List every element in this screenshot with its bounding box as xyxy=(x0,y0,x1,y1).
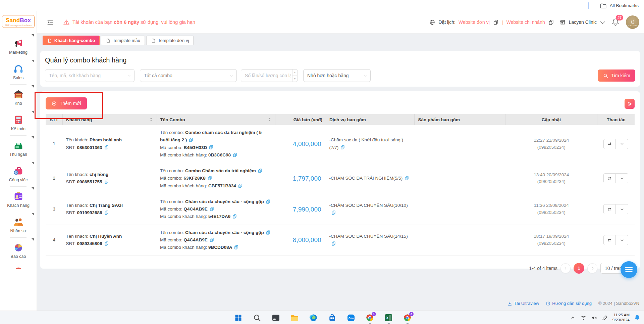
remaining-count-field[interactable]: ▲ ▼ xyxy=(241,69,298,82)
avatar[interactable]: LACYEN xyxy=(626,15,639,29)
renew-combo-button[interactable] xyxy=(603,235,616,245)
copy-icon[interactable] xyxy=(266,230,271,235)
column-header-2[interactable]: Tên Combo xyxy=(157,114,275,125)
row-more-actions-button[interactable] xyxy=(616,173,628,183)
copy-icon[interactable] xyxy=(232,152,237,157)
sidebar-item-label: Kho xyxy=(0,101,37,106)
copy-icon[interactable] xyxy=(207,176,212,181)
notification-center-bell-icon[interactable] xyxy=(634,314,641,321)
search-button[interactable]: Tìm kiếm xyxy=(598,70,635,82)
taskbar-clock[interactable]: 11:25 AM 9/23/2024 xyxy=(612,313,630,323)
number-spinner: ▲ ▼ xyxy=(292,70,297,82)
ultraview-link[interactable]: Tải Ultraview xyxy=(507,301,539,306)
edge-icon[interactable] xyxy=(309,313,318,322)
comparison-value: Nhỏ hơn hoặc bằng xyxy=(307,73,349,78)
renew-combo-button[interactable] xyxy=(603,173,616,183)
cell-updated: 11:36 20/09/2024(0982050234) xyxy=(505,194,597,225)
question-circle-icon xyxy=(546,301,550,306)
add-new-button[interactable]: Thêm mới xyxy=(46,97,87,109)
page-1-button[interactable]: 1 xyxy=(574,263,584,274)
table-settings-button[interactable] xyxy=(625,99,635,109)
tab-1[interactable]: Template mẫu xyxy=(101,36,145,45)
spinner-up-button[interactable]: ▲ xyxy=(292,70,297,76)
sidebar-item-partial[interactable] xyxy=(0,264,37,269)
start-icon[interactable] xyxy=(234,313,243,322)
copy-icon[interactable] xyxy=(209,145,214,150)
sidebar-item-5[interactable]: Công việc xyxy=(0,161,37,186)
sidebar-item-6[interactable]: Khách hàng xyxy=(0,186,37,212)
search-icon[interactable] xyxy=(253,313,262,322)
copy-icon[interactable] xyxy=(331,241,336,246)
copy-icon[interactable] xyxy=(104,179,109,184)
cell-combo: Tên combo: Combo chăm sóc da trải nghiệm… xyxy=(157,125,275,163)
chrome-profile-icon[interactable]: d xyxy=(403,313,412,322)
copy-icon[interactable] xyxy=(238,183,243,188)
volume-muted-icon[interactable] xyxy=(591,315,597,321)
remaining-count-input[interactable] xyxy=(241,70,292,82)
sort-icon[interactable] xyxy=(267,117,272,122)
excel-icon[interactable]: X xyxy=(384,313,393,322)
hidden-icons-chevron[interactable] xyxy=(570,315,576,321)
copy-icon[interactable] xyxy=(189,137,194,142)
copy-icon[interactable] xyxy=(209,206,214,212)
file-explorer-icon[interactable] xyxy=(290,313,299,322)
copy-icon[interactable] xyxy=(493,19,499,26)
cell-stt: 1 xyxy=(46,125,62,163)
renew-combo-button[interactable] xyxy=(603,139,616,149)
copy-icon[interactable] xyxy=(266,199,271,204)
copy-icon[interactable] xyxy=(548,19,554,26)
copy-icon[interactable] xyxy=(404,176,409,181)
customer-filter-select[interactable] xyxy=(45,69,135,82)
row-more-actions-button[interactable] xyxy=(616,139,628,149)
notification-bell[interactable]: 27 xyxy=(611,18,620,27)
tab-0[interactable]: Khách hàng-combo xyxy=(43,36,100,45)
wifi-icon[interactable] xyxy=(580,315,587,321)
chrome-icon[interactable]: 1 xyxy=(365,313,374,322)
sidebar-item-7[interactable]: Nhân sự xyxy=(0,212,37,237)
column-header-1[interactable]: Khách hàng xyxy=(62,114,157,125)
customer-filter-input[interactable] xyxy=(45,70,134,82)
next-page-button[interactable] xyxy=(587,263,597,273)
spinner-down-button[interactable]: ▼ xyxy=(292,76,297,82)
tab-2[interactable]: Template đơn vị xyxy=(146,36,194,45)
renew-combo-button[interactable] xyxy=(603,204,616,214)
all-bookmarks-button[interactable]: All Bookmarks xyxy=(610,3,639,8)
copy-icon[interactable] xyxy=(234,245,239,250)
row-more-actions-button[interactable] xyxy=(616,204,628,214)
svg-text:Zalo: Zalo xyxy=(348,316,354,319)
copy-icon[interactable] xyxy=(232,214,237,219)
zalo-icon[interactable]: Zalo xyxy=(346,313,356,322)
prev-page-button[interactable] xyxy=(560,263,571,273)
app-logo[interactable]: SandBox SME management software xyxy=(2,15,35,28)
website-branch-link[interactable]: Website chi nhánh xyxy=(506,19,545,25)
pen-icon[interactable] xyxy=(602,315,608,321)
sidebar-item-4[interactable]: Thu ngân xyxy=(0,135,37,161)
comparison-select[interactable]: Nhỏ hơn hoặc bằng xyxy=(303,69,371,82)
menu-fold-icon[interactable] xyxy=(46,18,54,26)
copy-icon[interactable] xyxy=(104,210,109,215)
copy-icon[interactable] xyxy=(209,237,214,242)
guide-link[interactable]: Hướng dẫn sử dụng xyxy=(546,301,592,306)
combo-filter-select[interactable]: Tất cả combo xyxy=(140,69,237,82)
website-unit-link[interactable]: Website đơn vị xyxy=(459,19,490,25)
sidebar-item-1[interactable]: Sales xyxy=(0,59,37,84)
store-icon[interactable] xyxy=(328,313,337,322)
chevron-down-icon[interactable] xyxy=(600,19,605,24)
sort-icon[interactable] xyxy=(149,117,153,122)
swap-icon xyxy=(607,141,612,146)
tab-label: Khách hàng-combo xyxy=(54,38,95,43)
copy-icon[interactable] xyxy=(258,168,263,173)
copy-icon[interactable] xyxy=(104,145,109,150)
copy-icon[interactable] xyxy=(331,210,336,215)
sidebar-item-8[interactable]: Báo cáo xyxy=(0,237,37,263)
chevron-down-icon xyxy=(620,238,625,243)
copy-icon[interactable] xyxy=(340,145,345,150)
sidebar-item-3[interactable]: Kế toán xyxy=(0,110,37,135)
app-window-icon[interactable] xyxy=(271,313,280,322)
clinic-selector[interactable]: Lacyen Clinic xyxy=(569,19,597,25)
sidebar-item-0[interactable]: Marketing xyxy=(0,33,37,59)
copy-icon[interactable] xyxy=(104,241,109,246)
row-more-actions-button[interactable] xyxy=(616,235,628,245)
floating-menu-button[interactable] xyxy=(621,261,637,278)
sidebar-item-2[interactable]: Kho xyxy=(0,84,37,110)
